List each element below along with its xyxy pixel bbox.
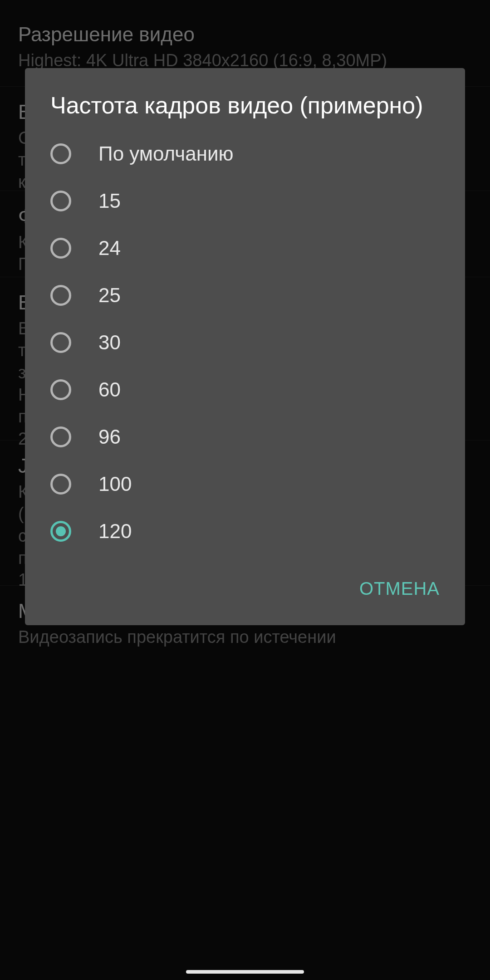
option-label: 100 — [98, 473, 132, 495]
option-label: 30 — [98, 331, 121, 354]
radio-icon — [50, 332, 71, 353]
radio-icon — [50, 285, 71, 306]
option-25[interactable]: 25 — [25, 272, 465, 319]
option-label: 25 — [98, 284, 121, 307]
radio-icon — [50, 426, 71, 447]
option-label: 120 — [98, 520, 132, 543]
option-label: 15 — [98, 190, 121, 212]
radio-icon — [50, 474, 71, 495]
option-96[interactable]: 96 — [25, 413, 465, 461]
option-default[interactable]: По умолчанию — [25, 130, 465, 177]
option-30[interactable]: 30 — [25, 319, 465, 366]
option-label: 96 — [98, 426, 121, 448]
radio-icon — [50, 521, 71, 542]
radio-icon — [50, 238, 71, 259]
option-label: По умолчанию — [98, 142, 234, 165]
option-label: 60 — [98, 378, 121, 401]
option-24[interactable]: 24 — [25, 225, 465, 272]
option-100[interactable]: 100 — [25, 461, 465, 508]
radio-icon — [50, 191, 71, 211]
option-120[interactable]: 120 — [25, 508, 465, 555]
radio-icon — [50, 379, 71, 400]
dialog-actions: ОТМЕНА — [25, 557, 465, 616]
nav-indicator — [186, 970, 304, 974]
option-15[interactable]: 15 — [25, 177, 465, 225]
dialog-title: Частота кадров видео (примерно) — [25, 91, 465, 130]
option-60[interactable]: 60 — [25, 366, 465, 413]
cancel-button[interactable]: ОТМЕНА — [354, 572, 445, 605]
radio-icon — [50, 143, 71, 164]
option-label: 24 — [98, 237, 121, 260]
dialog-option-list: По умолчанию 15 24 25 30 60 96 100 — [25, 130, 465, 557]
framerate-dialog: Частота кадров видео (примерно) По умолч… — [25, 68, 465, 625]
